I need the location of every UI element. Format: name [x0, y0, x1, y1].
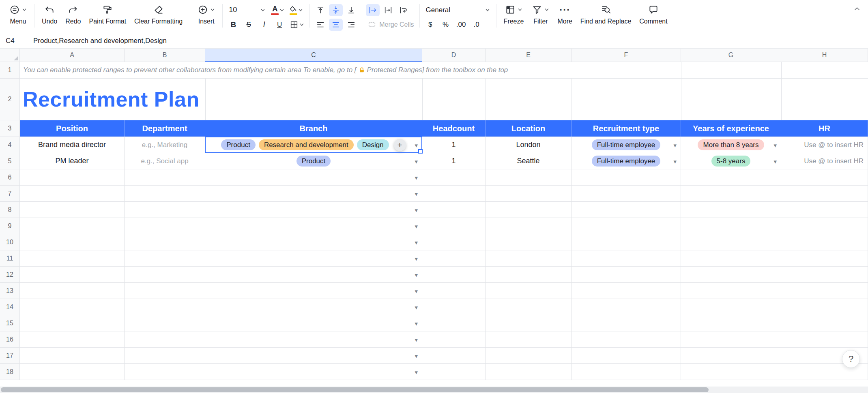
- cell-F14[interactable]: [572, 299, 681, 315]
- cell-C6[interactable]: ▾: [205, 169, 422, 185]
- column-header-A[interactable]: A: [20, 49, 125, 62]
- dropdown-arrow-icon[interactable]: ▾: [415, 336, 418, 342]
- cell-G17[interactable]: [681, 348, 781, 363]
- row-header[interactable]: 18: [0, 364, 20, 380]
- cell-E12[interactable]: [486, 267, 572, 282]
- row-header[interactable]: 7: [0, 186, 20, 201]
- row-header[interactable]: 5: [0, 153, 20, 169]
- cell-C11[interactable]: ▾: [205, 250, 422, 266]
- cell-D7[interactable]: [422, 186, 486, 201]
- cell-B11[interactable]: [125, 250, 205, 266]
- cell-B12[interactable]: [125, 267, 205, 282]
- cell-C7[interactable]: ▾: [205, 186, 422, 201]
- column-header-F[interactable]: F: [572, 49, 681, 62]
- cell-F9[interactable]: [572, 218, 681, 234]
- cell-H10[interactable]: [781, 234, 868, 250]
- cell-G10[interactable]: [681, 234, 781, 250]
- table-header-branch[interactable]: Branch: [205, 120, 422, 137]
- dropdown-arrow-icon[interactable]: ▾: [415, 369, 418, 375]
- cell-E14[interactable]: [486, 299, 572, 315]
- valign-bottom-button[interactable]: [344, 4, 358, 16]
- cell-C16[interactable]: ▾: [205, 331, 422, 347]
- fill-color-button[interactable]: [288, 4, 305, 16]
- cell-C9[interactable]: ▾: [205, 218, 422, 234]
- cell-G15[interactable]: [681, 315, 781, 331]
- cell-G12[interactable]: [681, 267, 781, 282]
- cell-D16[interactable]: [422, 331, 486, 347]
- cell-G4[interactable]: More than 8 years ▾: [681, 137, 781, 153]
- cell-F6[interactable]: [572, 169, 681, 185]
- cell-A14[interactable]: [20, 299, 125, 315]
- cell-C5[interactable]: Product ▾: [205, 153, 422, 169]
- comment-button[interactable]: Comment: [636, 2, 671, 25]
- dropdown-arrow-icon[interactable]: ▾: [415, 190, 418, 196]
- clear-formatting-button[interactable]: Clear Formatting: [131, 2, 186, 25]
- cell-D8[interactable]: [422, 202, 486, 218]
- cell-H7[interactable]: [781, 186, 868, 201]
- cell-H8[interactable]: [781, 202, 868, 218]
- font-size-dropdown[interactable]: 10: [226, 4, 268, 16]
- cell-A1[interactable]: You can enable protected ranges to preve…: [20, 62, 868, 78]
- cell-C10[interactable]: ▾: [205, 234, 422, 250]
- cell-A8[interactable]: [20, 202, 125, 218]
- cell-F7[interactable]: [572, 186, 681, 201]
- freeze-button[interactable]: Freeze: [500, 2, 528, 25]
- cell-E9[interactable]: [486, 218, 572, 234]
- cell-H11[interactable]: [781, 250, 868, 266]
- cell-H9[interactable]: [781, 218, 868, 234]
- cell-G18[interactable]: [681, 364, 781, 380]
- row-header[interactable]: 12: [0, 267, 20, 282]
- cell-A15[interactable]: [20, 315, 125, 331]
- cell-A18[interactable]: [20, 364, 125, 380]
- cell-F17[interactable]: [572, 348, 681, 363]
- cell-F11[interactable]: [572, 250, 681, 266]
- cell-E18[interactable]: [486, 364, 572, 380]
- cell-B7[interactable]: [125, 186, 205, 201]
- dropdown-arrow-icon[interactable]: ▾: [773, 142, 777, 148]
- cell-A6[interactable]: [20, 169, 125, 185]
- cell-D6[interactable]: [422, 169, 486, 185]
- cell-F4[interactable]: Full-time employee ▾: [572, 137, 681, 153]
- dropdown-arrow-icon[interactable]: ▾: [673, 158, 677, 164]
- cell-F13[interactable]: [572, 283, 681, 299]
- row-header[interactable]: 3: [0, 120, 20, 137]
- cell-D12[interactable]: [422, 267, 486, 282]
- cell-C8[interactable]: ▾: [205, 202, 422, 218]
- cell-D10[interactable]: [422, 234, 486, 250]
- cell-H13[interactable]: [781, 283, 868, 299]
- cell-C15[interactable]: ▾: [205, 315, 422, 331]
- valign-top-button[interactable]: [314, 4, 327, 16]
- add-option-button[interactable]: +: [394, 139, 406, 151]
- cell-B16[interactable]: [125, 331, 205, 347]
- cell-D14[interactable]: [422, 299, 486, 315]
- cell-A16[interactable]: [20, 331, 125, 347]
- dropdown-arrow-icon[interactable]: ▾: [415, 174, 418, 180]
- row-header[interactable]: 11: [0, 250, 20, 266]
- cell-G6[interactable]: [681, 169, 781, 185]
- cell-B18[interactable]: [125, 364, 205, 380]
- bold-button[interactable]: B: [226, 19, 240, 31]
- cell-E5[interactable]: Seattle: [486, 153, 572, 169]
- column-header-C[interactable]: C: [205, 49, 422, 62]
- percent-button[interactable]: %: [439, 19, 453, 31]
- table-header-location[interactable]: Location: [486, 120, 572, 137]
- cell-D4[interactable]: 1: [422, 137, 486, 153]
- cell-E11[interactable]: [486, 250, 572, 266]
- undo-button[interactable]: Undo: [38, 2, 61, 25]
- cell-G16[interactable]: [681, 331, 781, 347]
- row-header[interactable]: 4: [0, 137, 20, 153]
- cell-D11[interactable]: [422, 250, 486, 266]
- cell-F8[interactable]: [572, 202, 681, 218]
- cell-F15[interactable]: [572, 315, 681, 331]
- cell-B6[interactable]: [125, 169, 205, 185]
- table-header-position[interactable]: Position: [20, 120, 125, 137]
- cell-E17[interactable]: [486, 348, 572, 363]
- row-header[interactable]: 6: [0, 169, 20, 185]
- halign-left-button[interactable]: [314, 19, 327, 31]
- merge-cells-button[interactable]: Merge Cells: [366, 20, 415, 29]
- cell-H14[interactable]: [781, 299, 868, 315]
- filter-button[interactable]: Filter: [528, 2, 553, 25]
- select-all-corner[interactable]: [0, 49, 20, 62]
- cell-E13[interactable]: [486, 283, 572, 299]
- dropdown-arrow-icon[interactable]: ▾: [415, 207, 418, 213]
